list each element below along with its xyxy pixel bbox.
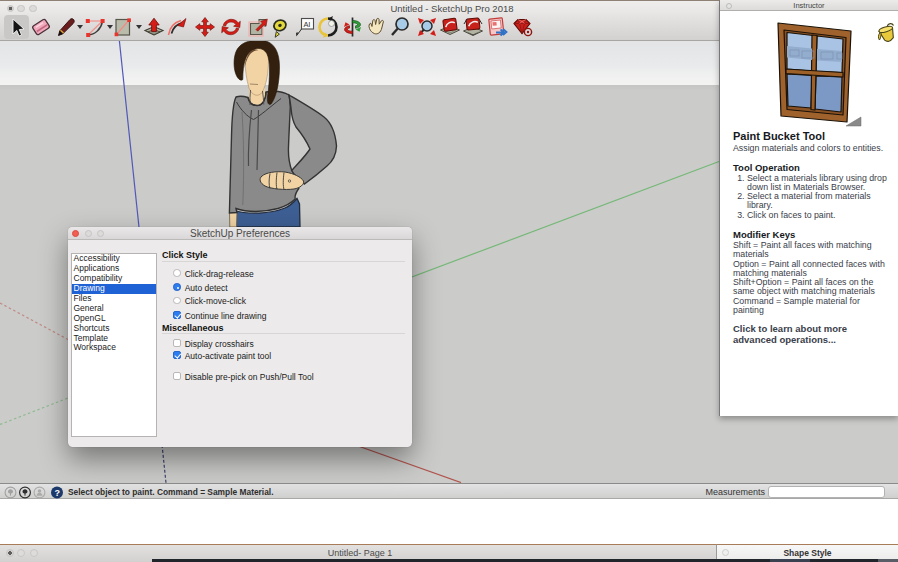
svg-text:?: ? [55, 487, 61, 497]
svg-text:Al: Al [304, 19, 311, 28]
